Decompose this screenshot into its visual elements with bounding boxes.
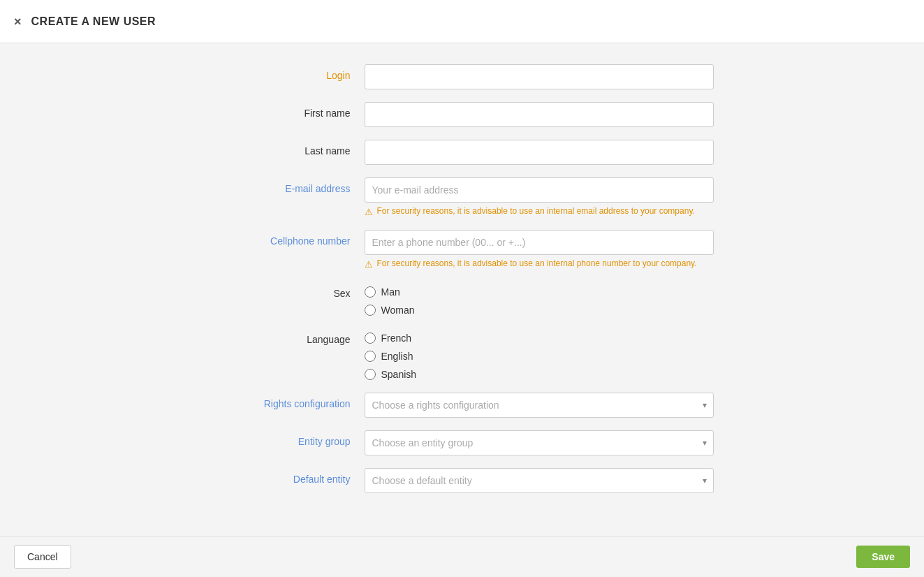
- login-input[interactable]: [365, 64, 714, 89]
- firstname-input[interactable]: [365, 102, 714, 127]
- language-option-french[interactable]: French: [365, 333, 714, 344]
- sex-label: Sex: [127, 282, 365, 299]
- language-label: Language: [127, 328, 365, 345]
- cellphone-warning-text: For security reasons, it is advisable to…: [377, 258, 697, 268]
- language-radio-english[interactable]: [365, 351, 376, 362]
- save-button[interactable]: Save: [856, 546, 910, 568]
- email-warning-text: For security reasons, it is advisable to…: [377, 206, 695, 216]
- close-icon[interactable]: ×: [14, 15, 22, 28]
- sex-radio-group: Man Woman: [365, 282, 714, 316]
- language-label-spanish: Spanish: [381, 369, 417, 380]
- cellphone-label: Cellphone number: [127, 230, 365, 247]
- sex-label-woman: Woman: [381, 305, 415, 316]
- lastname-row: Last name: [113, 140, 812, 165]
- email-field: ⚠ For security reasons, it is advisable …: [365, 177, 714, 217]
- lastname-field: [365, 140, 714, 165]
- language-label-english: English: [381, 351, 413, 362]
- cellphone-row: Cellphone number ⚠ For security reasons,…: [113, 230, 812, 270]
- rights-field: Choose a rights configuration ▾: [365, 393, 714, 418]
- language-radio-spanish[interactable]: [365, 369, 376, 380]
- lastname-input[interactable]: [365, 140, 714, 165]
- rights-row: Rights configuration Choose a rights con…: [113, 393, 812, 418]
- sex-option-man[interactable]: Man: [365, 286, 714, 298]
- language-option-spanish[interactable]: Spanish: [365, 369, 714, 380]
- create-user-form: Login First name Last name E-mail addres…: [113, 43, 812, 527]
- language-row: Language French English Spanish: [113, 328, 812, 380]
- default-entity-row: Default entity Choose a default entity ▾: [113, 468, 812, 493]
- login-field: [365, 64, 714, 89]
- warning-icon: ⚠: [365, 207, 373, 217]
- firstname-field: [365, 102, 714, 127]
- sex-option-woman[interactable]: Woman: [365, 305, 714, 316]
- language-label-french: French: [381, 333, 412, 344]
- entity-group-label: Entity group: [127, 430, 365, 447]
- warning-icon-phone: ⚠: [365, 259, 373, 270]
- language-option-english[interactable]: English: [365, 351, 714, 362]
- login-row: Login: [113, 64, 812, 89]
- default-entity-select[interactable]: Choose a default entity: [365, 468, 714, 493]
- default-entity-select-wrapper: Choose a default entity ▾: [365, 468, 714, 493]
- language-field: French English Spanish: [365, 328, 714, 380]
- rights-label: Rights configuration: [127, 393, 365, 409]
- cellphone-field: ⚠ For security reasons, it is advisable …: [365, 230, 714, 270]
- sex-radio-man[interactable]: [365, 286, 376, 298]
- login-label: Login: [127, 64, 365, 81]
- sex-radio-woman[interactable]: [365, 305, 376, 316]
- email-label: E-mail address: [127, 177, 365, 194]
- page-title: CREATE A NEW USER: [31, 15, 156, 28]
- firstname-row: First name: [113, 102, 812, 127]
- page-header: × CREATE A NEW USER: [0, 0, 924, 43]
- entity-group-select[interactable]: Choose an entity group: [365, 430, 714, 455]
- language-radio-french[interactable]: [365, 333, 376, 344]
- footer: Cancel Save: [0, 536, 924, 569]
- sex-field: Man Woman: [365, 282, 714, 316]
- email-warning: ⚠ For security reasons, it is advisable …: [365, 206, 714, 217]
- email-row: E-mail address ⚠ For security reasons, i…: [113, 177, 812, 217]
- language-radio-group: French English Spanish: [365, 328, 714, 380]
- entity-group-row: Entity group Choose an entity group ▾: [113, 430, 812, 455]
- rights-select[interactable]: Choose a rights configuration: [365, 393, 714, 418]
- default-entity-field: Choose a default entity ▾: [365, 468, 714, 493]
- lastname-label: Last name: [127, 140, 365, 156]
- cellphone-input[interactable]: [365, 230, 714, 255]
- firstname-label: First name: [127, 102, 365, 119]
- entity-group-select-wrapper: Choose an entity group ▾: [365, 430, 714, 455]
- cancel-button[interactable]: Cancel: [14, 545, 71, 569]
- email-input[interactable]: [365, 177, 714, 203]
- default-entity-label: Default entity: [127, 468, 365, 485]
- sex-label-man: Man: [381, 286, 400, 298]
- cellphone-warning: ⚠ For security reasons, it is advisable …: [365, 258, 714, 270]
- sex-row: Sex Man Woman: [113, 282, 812, 316]
- entity-group-field: Choose an entity group ▾: [365, 430, 714, 455]
- rights-select-wrapper: Choose a rights configuration ▾: [365, 393, 714, 418]
